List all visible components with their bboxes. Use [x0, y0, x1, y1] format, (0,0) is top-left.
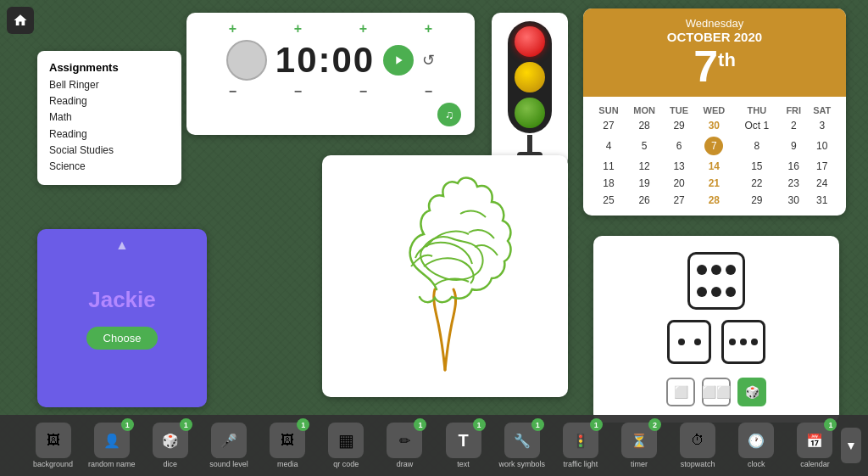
toolbar-item-random-name[interactable]: 1 👤 random name	[84, 423, 139, 468]
timer-plus-1[interactable]: +	[229, 21, 236, 36]
calendar-tb-icon: 📅	[806, 433, 823, 449]
home-button[interactable]	[7, 7, 34, 34]
cal-cell[interactable]: 10	[807, 134, 838, 158]
toolbar-item-calendar[interactable]: 1 📅 calendar	[787, 423, 843, 468]
cal-cell[interactable]: 15	[733, 158, 781, 175]
timer-plus-3[interactable]: +	[359, 21, 367, 36]
cal-cell[interactable]: 29	[733, 192, 781, 209]
toolbar-item-work-symbols[interactable]: 1 🔧 work symbols	[494, 423, 549, 468]
toolbar-item-timer[interactable]: 2 ⏳ timer	[611, 423, 666, 468]
timer-minus-3[interactable]: −	[359, 84, 367, 99]
cal-cell[interactable]: 23	[781, 175, 807, 192]
main-die[interactable]	[687, 252, 745, 310]
toolbar-item-text[interactable]: 1 T text	[436, 423, 491, 468]
traffic-light-yellow[interactable]	[515, 62, 545, 92]
drawing-widget[interactable]	[322, 155, 568, 397]
toolbar-item-media[interactable]: 1 🖼 media	[260, 423, 315, 468]
assignment-item-6[interactable]: Science	[49, 159, 170, 175]
cal-cell[interactable]: 30	[695, 117, 733, 134]
cal-cell[interactable]: 27	[592, 117, 626, 134]
user-card-arrow-up[interactable]: ▲	[115, 238, 129, 253]
dice-ctrl-3[interactable]: 🎲	[737, 378, 766, 406]
assignment-item-3[interactable]: Math	[49, 109, 170, 126]
cal-cell[interactable]: 21	[695, 175, 733, 192]
home-icon	[13, 13, 28, 28]
assignments-widget: Assignments Bell Ringer Reading Math Rea…	[37, 51, 181, 185]
toolbar-item-sound-level[interactable]: 🎤 sound level	[201, 423, 256, 468]
small-die-1[interactable]	[667, 320, 711, 364]
toolbar-label-calendar: calendar	[800, 460, 830, 468]
timer-plus-2[interactable]: +	[294, 21, 302, 36]
timer-reset-button[interactable]: ↺	[422, 51, 435, 70]
cal-cell[interactable]: 8	[733, 134, 781, 158]
text-icon-wrap: 1 T	[446, 423, 481, 458]
cal-cell[interactable]: 5	[626, 134, 663, 158]
toolbar-item-traffic-light[interactable]: 1 🚦 traffic light	[553, 423, 608, 468]
cal-cell[interactable]: 17	[807, 158, 838, 175]
assignment-item-5[interactable]: Social Studies	[49, 143, 170, 159]
timer-play-button[interactable]	[383, 45, 414, 76]
cal-cell[interactable]: 30	[781, 192, 807, 209]
cal-cell[interactable]: 4	[592, 134, 626, 158]
cal-cell[interactable]: 19	[626, 175, 663, 192]
cal-header-tue: TUE	[663, 104, 695, 117]
cal-cell[interactable]: 13	[663, 158, 695, 175]
work-symbols-badge: 1	[531, 418, 544, 431]
choose-button[interactable]: Choose	[86, 327, 159, 350]
toolbar-item-background[interactable]: 🖼 background	[25, 423, 81, 468]
dot	[694, 339, 701, 345]
traffic-light-pole	[527, 135, 532, 152]
toolbar-label-random-name: random name	[88, 460, 136, 468]
cal-cell[interactable]: 22	[733, 175, 781, 192]
traffic-light-widget[interactable]	[492, 13, 568, 167]
cal-cell[interactable]: 20	[663, 175, 695, 192]
assignment-item-4[interactable]: Reading	[49, 126, 170, 143]
traffic-light-body	[508, 21, 552, 133]
cal-cell[interactable]: 9	[781, 134, 807, 158]
dot	[729, 339, 736, 345]
cal-cell[interactable]: Oct 1	[733, 117, 781, 134]
dice-ctrl-2[interactable]: ⬜⬜	[702, 378, 731, 406]
toolbar-item-draw[interactable]: 1 ✏ draw	[377, 423, 432, 468]
cal-cell[interactable]: 29	[663, 117, 695, 134]
toolbar-item-clock[interactable]: 🕐 clock	[729, 423, 784, 468]
stopwatch-icon-wrap: ⏱	[680, 423, 715, 458]
dice-ctrl-1[interactable]: ⬜	[666, 378, 695, 406]
dice-widget: ⬜ ⬜⬜ 🎲	[593, 236, 839, 423]
cal-cell-today[interactable]: 7	[695, 134, 733, 158]
cal-cell[interactable]: 3	[807, 117, 838, 134]
cal-cell[interactable]: 11	[592, 158, 626, 175]
cal-cell[interactable]: 14	[695, 158, 733, 175]
traffic-light-green[interactable]	[515, 98, 545, 128]
toolbar-item-stopwatch[interactable]: ⏱ stopwatch	[670, 423, 726, 468]
cal-cell[interactable]: 16	[781, 158, 807, 175]
traffic-light-badge: 1	[590, 418, 603, 431]
cal-cell[interactable]: 12	[626, 158, 663, 175]
timer-minus-4[interactable]: −	[425, 84, 432, 99]
cal-cell[interactable]: 26	[626, 192, 663, 209]
dice-badge: 1	[180, 418, 192, 431]
timer-circle	[226, 40, 267, 81]
traffic-light-red[interactable]	[515, 26, 545, 57]
timer-minus-1[interactable]: −	[229, 84, 236, 99]
cal-cell[interactable]: 6	[663, 134, 695, 158]
cal-cell[interactable]: 31	[807, 192, 838, 209]
toolbar-scroll-down[interactable]: ▼	[841, 428, 861, 463]
timer-minus-controls: − − − −	[200, 84, 461, 99]
timer-plus-4[interactable]: +	[425, 21, 432, 36]
cal-cell[interactable]: 28	[626, 117, 663, 134]
cal-cell[interactable]: 18	[592, 175, 626, 192]
timer-minus-2[interactable]: −	[294, 84, 302, 99]
timer-music-button[interactable]: ♫	[437, 103, 461, 126]
assignment-item-2[interactable]: Reading	[49, 93, 170, 109]
cal-cell[interactable]: 27	[663, 192, 695, 209]
cal-cell[interactable]: 24	[807, 175, 838, 192]
small-die-2[interactable]	[721, 320, 765, 364]
cal-cell[interactable]: 28	[695, 192, 733, 209]
timer-music-area: ♫	[200, 103, 461, 126]
cal-cell[interactable]: 2	[781, 117, 807, 134]
cal-cell[interactable]: 25	[592, 192, 626, 209]
assignment-item-1[interactable]: Bell Ringer	[49, 77, 170, 93]
toolbar-item-dice[interactable]: 1 🎲 dice	[142, 423, 198, 468]
toolbar-item-qr-code[interactable]: ▦ qr code	[319, 423, 374, 468]
